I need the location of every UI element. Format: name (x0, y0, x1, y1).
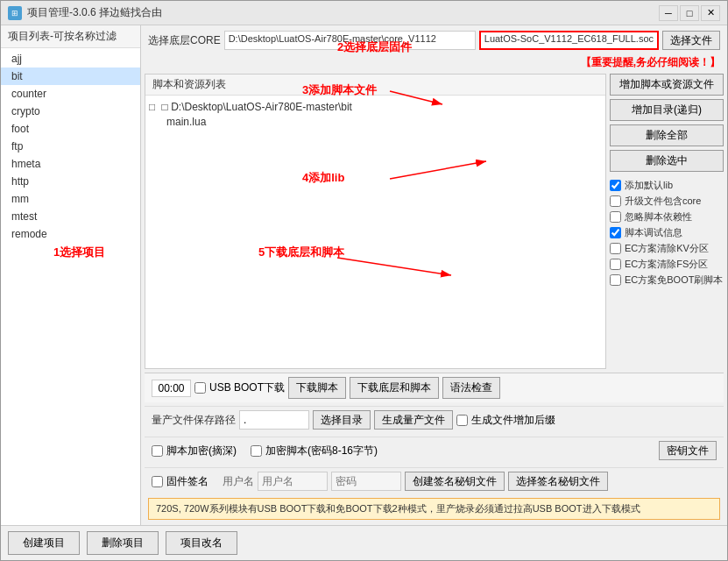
main-window: ⊞ 项目管理-3.0.6 择边鲢找合由 ─ □ ✕ 项目列表-可按名称过滤 aj… (0, 0, 728, 561)
checkbox-ec-fs: EC方案清除FS分区 (610, 258, 724, 271)
project-item-foot[interactable]: foot (1, 120, 140, 138)
tree-root-path: □ D:\Desktop\LuatOS-Air780E-master\bit (162, 101, 352, 113)
add-lib-label: 添加默认lib (625, 179, 673, 192)
add-suffix-check: 生成文件增加后缀 (456, 413, 555, 428)
encrypt-row: 脚本加密(摘深) 加密脚本(密码8-16字节) 密钥文件 (145, 437, 724, 464)
core-label: 选择底层CORE (148, 33, 221, 48)
upgrade-core-label: 升级文件包含core (625, 195, 701, 208)
ignore-deps-label: 忽略脚本依赖性 (625, 210, 692, 224)
download-all-button[interactable]: 下载底层和脚本 (350, 377, 439, 399)
delete-selected-button[interactable]: 删除选中 (610, 150, 724, 172)
ignore-deps-checkbox[interactable] (610, 211, 621, 223)
sign-row: 固件签名 用户名 创建签名秘钥文件 选择签名秘钥文件 (145, 467, 724, 494)
firmware-sign-check: 固件签名 (152, 474, 209, 489)
add-dir-button[interactable]: 增加目录(递归) (610, 99, 724, 121)
time-display: 00:00 (152, 380, 191, 397)
left-panel-title: 项目列表-可按名称过滤 (1, 25, 140, 48)
select-key-button[interactable]: 选择签名秘钥文件 (508, 472, 608, 491)
bottom-proj-bar: 创建项目 删除项目 项目改名 (1, 525, 727, 560)
add-lib-checkbox[interactable] (610, 180, 621, 191)
window-title: 项目管理-3.0.6 择边鲢找合由 (27, 5, 162, 20)
add-suffix-label: 生成文件增加后缀 (471, 413, 555, 428)
tree-root: □ □ D:\Desktop\LuatOS-Air780E-master\bit (149, 99, 602, 115)
firmware-sign-label: 固件签名 (166, 474, 209, 489)
tree-child-file: main.lua (166, 116, 206, 128)
quantity-row: 量产文件保存路径 选择目录 生成量产文件 生成文件增加后缀 (145, 406, 724, 433)
rename-project-button[interactable]: 项目改名 (166, 531, 237, 555)
checkbox-ec-boot: EC方案免BOOT刷脚本 (610, 273, 724, 287)
window-controls: ─ □ ✕ (659, 5, 720, 21)
main-area: 脚本和资源列表 □ □ D:\Desktop\LuatOS-Air780E-ma… (145, 74, 724, 369)
checkbox-debug-info: 脚本调试信息 (610, 226, 724, 239)
project-item-mm[interactable]: mm (1, 190, 140, 208)
debug-info-label: 脚本调试信息 (625, 226, 682, 239)
checkboxes-panel: 添加默认lib 升级文件包含core 忽略脚本依赖性 脚本调试信息 (610, 179, 724, 287)
upgrade-core-checkbox[interactable] (610, 195, 621, 207)
create-key-button[interactable]: 创建签名秘钥文件 (405, 472, 505, 491)
project-list: ajjbitcountercryptofootftphmetahttpmmmte… (1, 48, 140, 525)
checkbox-ignore-deps: 忽略脚本依赖性 (610, 210, 724, 224)
encrypt-script-check: 加密脚本(密码8-16字节) (251, 444, 378, 458)
download-bar: 00:00 USB BOOT下载 下载脚本 下载底层和脚本 语法检查 (145, 373, 724, 402)
encrypt-script-label: 加密脚本(密码8-16字节) (265, 444, 378, 458)
select-dir-button[interactable]: 选择目录 (313, 410, 371, 430)
download-script-button[interactable]: 下载脚本 (288, 377, 346, 399)
debug-info-checkbox[interactable] (610, 227, 621, 238)
title-bar: ⊞ 项目管理-3.0.6 择边鲢找合由 ─ □ ✕ (1, 1, 727, 25)
script-encrypt-check: 脚本加密(摘深) (152, 444, 237, 458)
syntax-check-button[interactable]: 语法检查 (442, 377, 500, 399)
project-item-ftp[interactable]: ftp (1, 138, 140, 155)
qty-label: 量产文件保存路径 (152, 413, 236, 428)
usb-boot-check: USB BOOT下载 (194, 380, 285, 395)
scripts-content[interactable]: □ □ D:\Desktop\LuatOS-Air780E-master\bit… (145, 96, 605, 368)
project-item-hmeta[interactable]: hmeta (1, 155, 140, 173)
minimize-button[interactable]: ─ (659, 5, 678, 21)
usb-boot-label: USB BOOT下载 (209, 380, 285, 395)
app-icon: ⊞ (8, 6, 22, 20)
checkbox-add-lib: 添加默认lib (610, 179, 724, 192)
core-select-button[interactable]: 选择文件 (662, 31, 720, 50)
checkbox-ec-kv: EC方案清除KV分区 (610, 242, 724, 255)
ec-fs-label: EC方案清除FS分区 (625, 258, 708, 271)
project-item-crypto[interactable]: crypto (1, 103, 140, 120)
core-row: 选择底层CORE D:\Desktop\LuatOS-Air780E-maste… (145, 29, 724, 52)
important-note: 【重要提醒,务必仔细阅读！】 (581, 55, 720, 70)
checkbox-upgrade-core: 升级文件包含core (610, 195, 724, 208)
ec-boot-checkbox[interactable] (610, 274, 621, 286)
close-button[interactable]: ✕ (701, 5, 720, 21)
project-item-mtest[interactable]: mtest (1, 208, 140, 225)
generate-button[interactable]: 生成量产文件 (374, 410, 453, 430)
delete-all-button[interactable]: 删除全部 (610, 124, 724, 146)
script-encrypt-checkbox[interactable] (152, 445, 163, 457)
usb-boot-checkbox[interactable] (194, 382, 206, 394)
project-item-remode[interactable]: remode (1, 225, 140, 243)
add-suffix-checkbox[interactable] (456, 415, 468, 426)
maximize-button[interactable]: □ (680, 5, 699, 21)
annotation-2: 2选择底层固件 (337, 39, 412, 55)
ec-kv-label: EC方案清除KV分区 (625, 242, 709, 255)
tree-child: main.lua (149, 115, 602, 129)
ec-fs-checkbox[interactable] (610, 259, 621, 270)
script-encrypt-label: 脚本加密(摘深) (166, 444, 237, 458)
project-item-bit[interactable]: bit (1, 67, 140, 85)
password-input[interactable] (331, 472, 401, 491)
create-project-button[interactable]: 创建项目 (8, 531, 80, 555)
project-item-http[interactable]: http (1, 173, 140, 190)
add-script-button[interactable]: 增加脚本或资源文件 (610, 74, 724, 96)
status-bar: 720S, 720W系列模块有USB BOOT下载和免BOOT下载2种模式，里产… (148, 498, 720, 520)
delete-project-button[interactable]: 删除项目 (87, 531, 159, 555)
ec-kv-checkbox[interactable] (610, 243, 621, 254)
qty-path-input[interactable] (239, 410, 309, 430)
right-buttons-panel: 增加脚本或资源文件 增加目录(递归) 删除全部 删除选中 添加默认lib 升级文… (610, 74, 724, 369)
ec-boot-label: EC方案免BOOT刷脚本 (625, 273, 723, 287)
scripts-title: 脚本和资源列表 (145, 75, 605, 96)
username-input[interactable] (258, 472, 328, 491)
firmware-sign-checkbox[interactable] (152, 476, 163, 487)
left-panel: 项目列表-可按名称过滤 ajjbitcountercryptofootftphm… (1, 25, 141, 525)
username-label: 用户名 (223, 474, 254, 489)
key-file-button[interactable]: 密钥文件 (659, 441, 717, 460)
project-item-counter[interactable]: counter (1, 85, 140, 103)
project-item-ajj[interactable]: ajj (1, 50, 140, 67)
right-panel: 选择底层CORE D:\Desktop\LuatOS-Air780E-maste… (141, 25, 727, 525)
encrypt-script-checkbox[interactable] (251, 445, 262, 457)
